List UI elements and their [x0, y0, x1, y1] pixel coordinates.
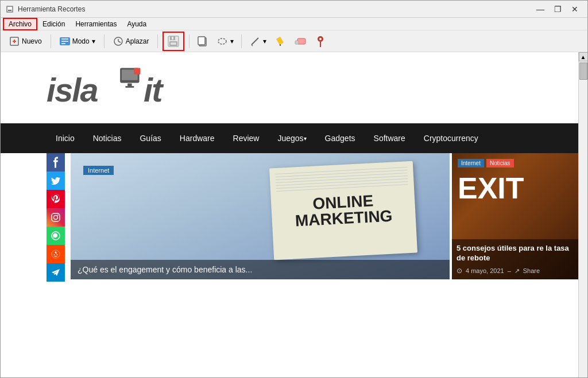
svg-point-43: [57, 254, 58, 255]
svg-point-20: [218, 38, 226, 44]
lasso-icon: [216, 36, 228, 47]
nuevo-icon: [9, 36, 20, 46]
svg-point-39: [57, 215, 59, 216]
nav-noticias[interactable]: Noticias: [84, 123, 131, 153]
pen-button[interactable]: ▾: [246, 33, 269, 49]
separator-2: [104, 34, 105, 48]
svg-rect-34: [125, 86, 134, 88]
eraser-icon: [294, 36, 307, 46]
minimize-button[interactable]: —: [532, 3, 548, 15]
instagram-button[interactable]: [47, 208, 65, 227]
tag-noticias: Noticias: [486, 159, 514, 167]
nuevo-button[interactable]: Nuevo: [5, 33, 46, 49]
menu-ayuda[interactable]: Ayuda: [122, 18, 152, 30]
nav-bar: Inicio Noticias Guías Hardware Review: [1, 123, 578, 153]
nav-guias[interactable]: Guías: [130, 123, 170, 153]
nav-review[interactable]: Review: [224, 123, 269, 153]
whatsapp-icon: [51, 231, 60, 240]
svg-line-12: [118, 41, 121, 42]
svg-rect-37: [52, 213, 60, 221]
modo-arrow-icon: ▾: [92, 37, 95, 45]
lasso-button[interactable]: ▾: [214, 33, 237, 49]
side-article[interactable]: Internet Noticias EXIT 5 consejos útiles…: [452, 153, 578, 279]
pin-button[interactable]: [312, 33, 329, 49]
nav-hardware[interactable]: Hardware: [171, 123, 224, 153]
menu-edicion[interactable]: Edición: [37, 18, 70, 30]
main-article-title: ¿Qué es el engagement y cómo beneficia a…: [78, 265, 252, 274]
pinterest-button[interactable]: [47, 190, 65, 208]
svg-line-21: [252, 38, 258, 45]
reddit-button[interactable]: [47, 245, 65, 263]
title-bar-left: Herramienta Recortes: [5, 5, 85, 14]
vertical-scrollbar: ▲: [578, 52, 587, 377]
pinterest-icon: [52, 194, 60, 204]
main-article[interactable]: ONLINE MARKETING Internet ¿Qué es el eng…: [71, 153, 450, 279]
social-sidebar: [47, 153, 65, 282]
save-icon: [167, 35, 180, 48]
svg-rect-33: [127, 83, 131, 86]
highlighter-button[interactable]: [272, 33, 289, 49]
copy-icon: [197, 36, 208, 47]
website-content: isla it: [1, 52, 578, 282]
side-article-content: 5 consejos útiles para re la tasa de reb…: [452, 239, 578, 279]
svg-text:it: it: [144, 72, 164, 108]
twitter-button[interactable]: [47, 172, 65, 190]
highlighter-icon: [274, 36, 286, 47]
title-bar: Herramienta Recortes — ❐ ✕: [1, 1, 587, 18]
pen-arrow: ▾: [263, 37, 266, 45]
app-icon: [5, 5, 14, 14]
window-controls: — ❐ ✕: [532, 3, 583, 15]
nav-juegos[interactable]: Juegos: [268, 123, 315, 153]
share-icon: ↗: [514, 267, 520, 275]
menu-archivo[interactable]: Archivo: [3, 18, 37, 30]
svg-rect-23: [276, 36, 284, 44]
tag-internet: Internet: [458, 159, 484, 167]
svg-rect-35: [134, 68, 140, 75]
nav-cryptocurrency[interactable]: Cryptocurrency: [415, 123, 488, 153]
menu-herramientas[interactable]: Herramientas: [70, 18, 122, 30]
reddit-icon: [51, 250, 60, 259]
separator-1: [51, 34, 51, 48]
save-button[interactable]: [164, 33, 183, 49]
separator-5: [241, 34, 242, 48]
svg-rect-26: [295, 41, 299, 44]
nav-software[interactable]: Software: [365, 123, 415, 153]
pin-icon: [315, 34, 326, 48]
separator-4: [189, 34, 189, 48]
svg-point-44: [55, 252, 57, 254]
close-button[interactable]: ✕: [567, 3, 583, 15]
article-date: 4 mayo, 2021: [466, 267, 504, 274]
svg-point-42: [54, 254, 55, 255]
copy-button[interactable]: [194, 33, 211, 49]
main-content: isla it: [1, 52, 578, 377]
facebook-button[interactable]: [47, 153, 65, 172]
save-button-wrapper: [163, 32, 184, 51]
separator-3: [157, 34, 158, 48]
app-window: Herramienta Recortes — ❐ ✕ Archivo Edici…: [0, 0, 588, 378]
svg-point-28: [319, 38, 322, 40]
side-article-tags: Internet Noticias: [458, 159, 514, 167]
svg-rect-15: [172, 37, 173, 40]
telegram-button[interactable]: [47, 263, 65, 282]
content-area: isla it: [1, 52, 587, 377]
svg-text:isla: isla: [47, 72, 98, 108]
svg-line-22: [252, 45, 253, 46]
instagram-icon: [51, 213, 60, 222]
side-article-meta: ⊙ 4 mayo, 2021 – ↗ Share: [457, 267, 574, 275]
aplazar-button[interactable]: Aplazar: [109, 33, 153, 49]
maximize-button[interactable]: ❐: [550, 3, 566, 15]
eraser-button[interactable]: [291, 33, 310, 49]
window-title: Herramienta Recortes: [18, 5, 85, 13]
marketing-text: MARKETING: [295, 208, 393, 229]
whatsapp-button[interactable]: [47, 227, 65, 245]
scrollbar-thumb[interactable]: [579, 63, 587, 80]
toolbar: Nuevo Modo ▾ Aplazar: [1, 30, 587, 52]
nav-gadgets[interactable]: Gadgets: [316, 123, 365, 153]
dash-separator: –: [508, 267, 511, 274]
modo-button[interactable]: Modo ▾: [56, 33, 99, 49]
pen-icon: [249, 36, 261, 47]
scroll-up-button[interactable]: ▲: [579, 52, 588, 61]
nav-inicio[interactable]: Inicio: [47, 123, 84, 153]
islabit-logo: isla it: [47, 64, 196, 110]
main-article-footer: ¿Qué es el engagement y cómo beneficia a…: [71, 260, 450, 279]
